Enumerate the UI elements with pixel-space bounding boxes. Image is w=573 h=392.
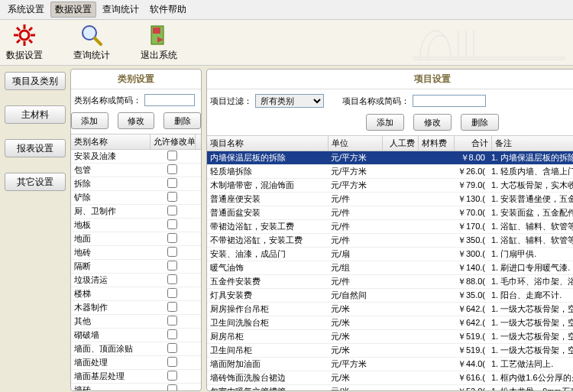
category-row[interactable]: 安装及油漆 [71,150,201,164]
project-name-filter-input[interactable] [413,95,486,107]
project-row[interactable]: 墙砖饰面洗脸台裙边元/米￥616.(1. 框内做1.6公分厚的火板. [207,371,573,385]
svg-line-8 [17,40,20,43]
project-row[interactable]: 厨房操作台吊柜元/米￥642.(1. 一级大芯板骨架，空芯双包门，PVC收. [207,303,573,316]
allow-edit-checkbox[interactable] [167,164,177,174]
col-unit: 单位 [329,136,383,151]
svg-point-0 [20,31,29,40]
project-row[interactable]: 包室内暖气立管槽管元/米￥52.0(1. 松木龙骨，9mm石膏板. [207,385,573,390]
project-row[interactable]: 灯具安装费元/自然间￥35.0(1. 阳台、走廊不计. [207,289,573,303]
project-row[interactable]: 木制墙带密，混油饰面元/平方米￥79.0(1. 大芯板骨架，实木收口，高度小于 [207,179,573,193]
allow-edit-checkbox[interactable] [167,384,177,390]
category-row[interactable]: 楼梯 [71,287,201,301]
project-row[interactable]: 墙面附加油面元/平方米￥44.0(1. 工艺做法同上. [207,358,573,371]
category-row[interactable]: 墙面基层处理 [71,370,201,384]
project-row[interactable]: 卫生间洗脸台柜元/米￥642.(1. 一级大芯板骨架，空芯双包门，PVC收. [207,316,573,330]
category-row[interactable]: 地砖 [71,246,201,260]
side-main-materials[interactable]: 主材料 [5,105,66,124]
category-row[interactable]: 墙砖 [71,384,201,390]
category-filter-input[interactable] [144,94,195,106]
allow-edit-checkbox[interactable] [167,206,177,215]
svg-line-7 [29,28,32,31]
category-row[interactable]: 木器制作 [71,301,201,315]
allow-edit-checkbox[interactable] [167,274,177,284]
menu-system[interactable]: 系统设置 [3,2,49,18]
project-panel-title: 项目设置 [207,70,573,89]
exit-icon [147,23,171,47]
tb-label: 数据设置 [6,49,43,62]
side-other-settings[interactable]: 其它设置 [5,173,66,191]
category-edit-button[interactable]: 修改 [118,112,155,129]
svg-line-10 [95,38,101,44]
category-row[interactable]: 铲除 [71,191,201,205]
category-row[interactable]: 墙面处理 [71,356,201,370]
side-projects-categories[interactable]: 项目及类别 [5,72,66,90]
svg-rect-12 [153,28,160,34]
col-project-name: 项目名称 [207,136,329,151]
menu-help[interactable]: 软件帮助 [145,2,191,18]
project-grid[interactable]: 内墙保温层板的拆除元/平方米￥8.001. 内墙保温层板的拆除与清理轻质墙拆除元… [207,151,573,390]
project-row[interactable]: 五金件安装费元/件￥88.0(1. 毛巾环、浴巾架、浴缸拉手、肥皂. [207,275,573,289]
project-edit-button[interactable]: 修改 [413,114,452,131]
project-row[interactable]: 不带裙边浴缸，安装工费元/件￥350.(1. 浴缸、辅料、软管等配件均甲供. [207,234,573,248]
category-row[interactable]: 地面 [71,232,201,246]
magnifier-icon [79,23,104,47]
col-labor-cost: 人工费 [383,136,419,151]
category-delete-button[interactable]: 删除 [163,112,201,129]
allow-edit-checkbox[interactable] [167,343,177,353]
allow-edit-checkbox[interactable] [167,316,177,326]
col-category-name: 类别名称 [71,134,151,149]
project-row[interactable]: 轻质墙拆除元/平方米￥26.0(1. 轻质内墙、含墙上门、窗. [207,165,573,179]
side-report-settings[interactable]: 报表设置 [5,139,66,157]
category-row[interactable]: 墙面、顶面涂贴 [71,342,201,356]
tb-label: 查询统计 [73,49,110,62]
category-row[interactable]: 其他 [71,315,201,329]
tb-query-stats[interactable]: 查询统计 [73,23,110,62]
tb-data-settings[interactable]: 数据设置 [6,23,43,62]
project-delete-button[interactable]: 删除 [461,114,499,131]
project-row[interactable]: 普通面盆安装元/件￥70.0(1. 安装面盆，五金配件及软管等，单 [207,206,573,220]
category-grid[interactable]: 安装及油漆包管拆除铲除厨、卫制作地板地面地砖隔断垃圾清运楼梯木器制作其他砌破墙墙… [71,150,201,390]
allow-edit-checkbox[interactable] [167,233,177,243]
allow-edit-checkbox[interactable] [167,261,177,271]
svg-line-5 [17,28,20,31]
gear-icon [12,23,37,47]
category-panel: 类别设置 类别名称或简码： 添加 修改 删除 类别名称 允许修改单价 安装及油漆… [70,69,202,391]
category-add-button[interactable]: 添加 [71,112,108,129]
project-filter-label: 项目过滤： [210,96,252,107]
category-row[interactable]: 垃圾清运 [71,274,201,287]
allow-edit-checkbox[interactable] [167,219,177,229]
allow-edit-checkbox[interactable] [167,151,177,160]
project-name-filter-label: 项目名称或简码： [342,96,410,107]
allow-edit-checkbox[interactable] [167,329,177,339]
project-row[interactable]: 卫生间吊柜元/米￥519.(1. 一级大芯板骨架，空芯双包门，PVC收. [207,344,573,358]
menu-query[interactable]: 查询统计 [98,2,144,18]
category-filter-label: 类别名称或简码： [74,95,141,106]
project-row[interactable]: 厨房吊柜元/米￥519.(1. 一级大芯板骨架，空芯双包门，PVC收. [207,330,573,344]
allow-edit-checkbox[interactable] [167,178,177,188]
project-add-button[interactable]: 添加 [366,114,404,131]
project-row[interactable]: 带裙边浴缸，安装工费元/件￥170.(1. 浴缸、辅料、软管等配件均甲供. [207,220,573,234]
col-total: 合计 [455,136,492,151]
allow-edit-checkbox[interactable] [167,288,177,298]
category-row[interactable]: 拆除 [71,177,201,191]
menu-data[interactable]: 数据设置 [50,2,96,18]
allow-edit-checkbox[interactable] [167,192,177,202]
project-row[interactable]: 普通座便安装元/件￥130.(1. 安装普通坐便，五金配件及软管. [207,193,573,206]
project-row[interactable]: 暖气油饰元/组￥140.(1. 刷进口专用暖气漆. [207,261,573,275]
allow-edit-checkbox[interactable] [167,357,177,367]
category-row[interactable]: 包管 [71,164,201,177]
category-row[interactable]: 隔断 [71,260,201,274]
project-row[interactable]: 内墙保温层板的拆除元/平方米￥8.001. 内墙保温层板的拆除与清理 [207,151,573,165]
category-panel-title: 类别设置 [71,70,201,89]
allow-edit-checkbox[interactable] [167,302,177,312]
svg-line-6 [29,40,32,43]
tb-exit[interactable]: 退出系统 [141,23,177,62]
category-row[interactable]: 砌破墙 [71,329,201,342]
tb-label: 退出系统 [141,49,177,62]
category-row[interactable]: 厨、卫制作 [71,205,201,219]
project-filter-select[interactable]: 所有类别 [255,94,324,108]
allow-edit-checkbox[interactable] [167,371,177,381]
allow-edit-checkbox[interactable] [167,247,177,257]
category-row[interactable]: 地板 [71,219,201,232]
project-row[interactable]: 安装、油漆，成品门元/扇￥300.(1. 门扇甲供. [207,248,573,261]
